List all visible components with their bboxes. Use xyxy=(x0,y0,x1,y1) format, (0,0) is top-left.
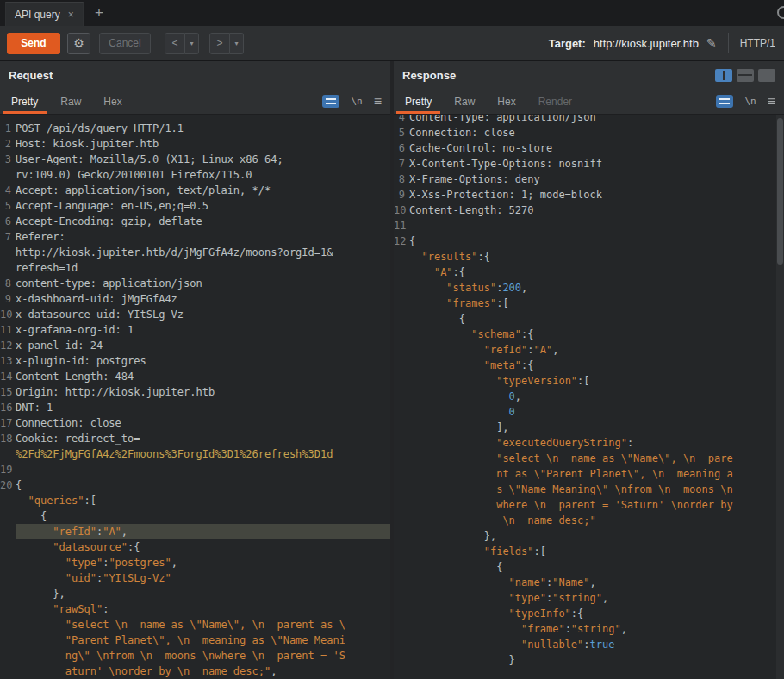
tab-api-query[interactable]: API query × xyxy=(5,2,84,26)
code-line: 15Origin: http://kiosk.jupiter.htb xyxy=(0,384,390,400)
line-number: 4 xyxy=(394,115,409,125)
line-content: x-datasource-uid: YItSLg-Vz xyxy=(16,307,390,322)
code-line: 7X-Content-Type-Options: nosniff xyxy=(394,156,784,171)
line-content: User-Agent: Mozilla/5.0 (X11; Linux x86_… xyxy=(16,152,390,167)
history-back-button[interactable]: < xyxy=(165,33,185,54)
line-number: 8 xyxy=(0,276,16,291)
line-content: Content-Type: application/json xyxy=(409,115,784,125)
tab-render[interactable]: Render xyxy=(527,89,583,114)
response-editor-tools: \n ≡ xyxy=(716,89,784,114)
history-forward-dropdown[interactable]: ▾ xyxy=(230,33,244,54)
line-number xyxy=(394,513,409,528)
line-number: 8 xyxy=(394,171,409,187)
line-content: { xyxy=(409,311,784,327)
editor-menu-icon[interactable]: ≡ xyxy=(374,95,382,109)
line-content: "Parent Planet\", \n meaning as \"Name M… xyxy=(16,632,390,648)
line-content: { xyxy=(16,508,390,524)
tab-pretty[interactable]: Pretty xyxy=(0,89,49,114)
line-number xyxy=(0,539,16,555)
code-line: ], xyxy=(394,420,784,435)
tab-raw[interactable]: Raw xyxy=(443,89,486,114)
response-editor[interactable]: 4Content-Type: application/json5Connecti… xyxy=(394,115,784,679)
code-line: 19 xyxy=(0,462,390,477)
close-icon[interactable]: × xyxy=(68,9,74,21)
line-content: 0, xyxy=(409,389,784,404)
line-number: 11 xyxy=(394,218,409,234)
word-wrap-icon[interactable] xyxy=(716,95,733,108)
search-icon[interactable] xyxy=(777,6,784,19)
line-number xyxy=(0,508,16,524)
scrollbar-thumb[interactable] xyxy=(777,118,783,265)
line-number xyxy=(0,524,16,539)
line-number: 15 xyxy=(0,384,16,400)
line-content: where \n parent = 'Saturn' \norder by xyxy=(409,497,784,513)
line-content: Origin: http://kiosk.jupiter.htb xyxy=(16,384,390,400)
editor-menu-icon[interactable]: ≡ xyxy=(768,95,775,109)
history-forward-button[interactable]: > xyxy=(209,33,230,54)
code-line: where \n parent = 'Saturn' \norder by xyxy=(394,497,784,513)
code-line: }, xyxy=(394,528,784,544)
line-content: Cache-Control: no-store xyxy=(409,140,784,156)
code-line: "A":{ xyxy=(394,265,784,280)
line-number xyxy=(0,586,16,601)
response-title: Response xyxy=(402,69,456,82)
code-line: "schema":{ xyxy=(394,327,784,342)
line-content: X-Content-Type-Options: nosniff xyxy=(409,156,784,171)
layout-toggle-group xyxy=(715,69,775,82)
line-content: ng\" \nfrom \n moons \nwhere \n parent =… xyxy=(16,648,390,663)
line-number: 7 xyxy=(394,156,409,171)
gear-icon[interactable]: ⚙ xyxy=(67,33,90,54)
code-line: 17Connection: close xyxy=(0,415,390,431)
tab-pretty[interactable]: Pretty xyxy=(394,89,443,114)
line-number xyxy=(394,544,409,559)
history-back-dropdown[interactable]: ▾ xyxy=(185,33,199,54)
line-content: } xyxy=(409,652,784,668)
document-tab-bar: API query × + xyxy=(0,0,784,26)
line-content: s \"Name Meaning\" \nfrom \n moons \n xyxy=(409,482,784,497)
line-number xyxy=(394,311,409,327)
view-rows-icon[interactable] xyxy=(737,69,754,82)
line-content: Connection: close xyxy=(16,415,390,431)
request-editor[interactable]: 1POST /api/ds/query HTTP/1.12Host: kiosk… xyxy=(0,115,390,679)
send-button[interactable]: Send xyxy=(7,33,60,54)
code-line: "datasource":{ xyxy=(0,539,390,555)
show-newlines-icon[interactable]: \n xyxy=(351,96,362,107)
code-line: http://kiosk.jupiter.htb/d/jMgFGfA4z/moo… xyxy=(0,245,390,260)
line-number: 2 xyxy=(0,136,16,152)
line-number: 7 xyxy=(0,229,16,245)
word-wrap-icon[interactable] xyxy=(322,95,339,108)
cancel-button[interactable]: Cancel xyxy=(99,33,151,54)
line-number xyxy=(394,296,409,311)
response-scrollbar[interactable] xyxy=(776,115,784,679)
show-newlines-icon[interactable]: \n xyxy=(744,96,756,107)
tab-hex[interactable]: Hex xyxy=(92,89,133,114)
line-content: x-plugin-id: postgres xyxy=(16,353,390,369)
view-single-icon[interactable] xyxy=(758,69,775,82)
code-line: "refId":"A", xyxy=(0,524,390,539)
code-line: 6Cache-Control: no-store xyxy=(394,140,784,156)
code-line: "select \n name as \"Name\", \n parent a… xyxy=(0,617,390,632)
line-number xyxy=(394,482,409,497)
back-button-group: < ▾ xyxy=(165,33,199,54)
line-content: Referer: xyxy=(16,229,390,245)
line-number: 9 xyxy=(394,187,409,202)
edit-target-icon[interactable]: ✎ xyxy=(706,36,717,50)
code-line: 11 xyxy=(394,218,784,234)
line-content: content-type: application/json xyxy=(16,276,390,291)
add-tab-button[interactable]: + xyxy=(90,3,109,22)
code-line: { xyxy=(394,311,784,327)
tab-hex[interactable]: Hex xyxy=(486,89,526,114)
code-line: \n name desc;" xyxy=(394,513,784,528)
code-line: "select \n name as \"Name\", \n pare xyxy=(394,451,784,466)
code-line: 12x-panel-id: 24 xyxy=(0,338,390,353)
view-columns-icon[interactable] xyxy=(715,69,732,82)
code-line: "Parent Planet\", \n meaning as \"Name M… xyxy=(0,632,390,648)
line-number xyxy=(394,389,409,404)
code-line: 16DNT: 1 xyxy=(0,400,390,415)
code-line: ng\" \nfrom \n moons \nwhere \n parent =… xyxy=(0,648,390,663)
line-content: "frames":[ xyxy=(409,296,784,311)
tab-raw[interactable]: Raw xyxy=(49,89,92,114)
line-number: 5 xyxy=(0,198,16,214)
line-number xyxy=(394,451,409,466)
http-version-label[interactable]: HTTP/1 xyxy=(740,37,775,49)
